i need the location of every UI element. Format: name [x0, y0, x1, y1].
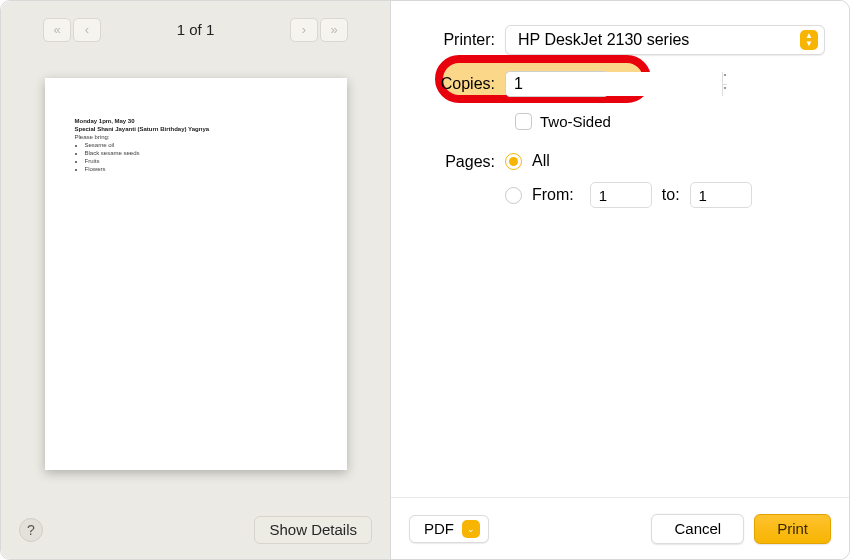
doc-line: Special Shani Jayanti (Saturn Birthday) … [75, 126, 317, 134]
pages-to-label: to: [662, 186, 680, 204]
preview-footer: ? Show Details [1, 500, 390, 559]
copies-label: Copies: [415, 75, 505, 93]
page-indicator: 1 of 1 [177, 21, 215, 38]
prev-page-button[interactable]: ‹ [73, 18, 101, 42]
pages-label: Pages: [415, 152, 505, 171]
print-button[interactable]: Print [754, 514, 831, 544]
doc-list-item: Black sesame seeds [85, 150, 317, 158]
doc-list: Sesame oil Black sesame seeds Fruits Flo… [85, 142, 317, 173]
show-details-label: Show Details [269, 521, 357, 538]
double-chevron-right-icon: » [330, 22, 337, 37]
doc-line: Monday 1pm, May 30 [75, 118, 317, 126]
doc-list-item: Fruits [85, 158, 317, 166]
pdf-menu-button[interactable]: PDF ⌄ [409, 515, 489, 543]
first-page-button[interactable]: « [43, 18, 71, 42]
dialog-footer: PDF ⌄ Cancel Print [391, 497, 849, 559]
printer-row: Printer: HP DeskJet 2130 series ▲▼ [415, 25, 825, 55]
print-label: Print [777, 520, 808, 537]
settings-pane: Printer: HP DeskJet 2130 series ▲▼ Copie… [391, 1, 849, 559]
preview-pane: « ‹ 1 of 1 › » Monday 1pm, May 30 Specia… [1, 1, 391, 559]
copies-stepper[interactable]: ˄ ˅ [505, 71, 609, 97]
printer-value: HP DeskJet 2130 series [518, 31, 689, 49]
pages-from-input[interactable] [590, 182, 652, 208]
pages-from-label: From: [532, 186, 574, 204]
double-chevron-left-icon: « [53, 22, 60, 37]
printer-select[interactable]: HP DeskJet 2130 series ▲▼ [505, 25, 825, 55]
two-sided-row: Two-Sided [515, 113, 825, 130]
pages-row: Pages: All From: to: [415, 152, 825, 208]
pages-to-input[interactable] [690, 182, 752, 208]
cancel-button[interactable]: Cancel [651, 514, 744, 544]
radio-all[interactable] [505, 153, 522, 170]
page-thumbnail: Monday 1pm, May 30 Special Shani Jayanti… [45, 78, 347, 470]
stepper-up-icon[interactable]: ˄ [723, 72, 727, 85]
chevron-down-icon: ⌄ [462, 520, 480, 538]
help-icon: ? [27, 522, 35, 538]
stepper-down-icon[interactable]: ˅ [723, 85, 727, 97]
preview-nav: « ‹ 1 of 1 › » [1, 1, 390, 58]
show-details-button[interactable]: Show Details [254, 516, 372, 544]
cancel-label: Cancel [674, 520, 721, 537]
pdf-label: PDF [424, 520, 454, 537]
printer-label: Printer: [415, 31, 505, 49]
stepper-arrows: ˄ ˅ [722, 72, 727, 96]
updown-icon: ▲▼ [800, 30, 818, 50]
doc-list-item: Sesame oil [85, 142, 317, 150]
next-page-button[interactable]: › [290, 18, 318, 42]
pages-all-option[interactable]: All [505, 152, 752, 170]
last-page-button[interactable]: » [320, 18, 348, 42]
chevron-right-icon: › [302, 22, 306, 37]
doc-line: Please bring: [75, 134, 317, 142]
pages-all-label: All [532, 152, 550, 170]
chevron-left-icon: ‹ [85, 22, 89, 37]
settings-form: Printer: HP DeskJet 2130 series ▲▼ Copie… [391, 1, 849, 497]
doc-list-item: Flowers [85, 166, 317, 174]
preview-area: Monday 1pm, May 30 Special Shani Jayanti… [1, 58, 390, 500]
radio-range[interactable] [505, 187, 522, 204]
two-sided-checkbox[interactable] [515, 113, 532, 130]
pages-range-option[interactable]: From: to: [505, 182, 752, 208]
pages-radio-group: All From: to: [505, 152, 752, 208]
copies-row: Copies: ˄ ˅ [415, 71, 825, 97]
print-dialog: « ‹ 1 of 1 › » Monday 1pm, May 30 Specia… [0, 0, 850, 560]
copies-input[interactable] [506, 72, 722, 96]
help-button[interactable]: ? [19, 518, 43, 542]
two-sided-label: Two-Sided [540, 113, 611, 130]
